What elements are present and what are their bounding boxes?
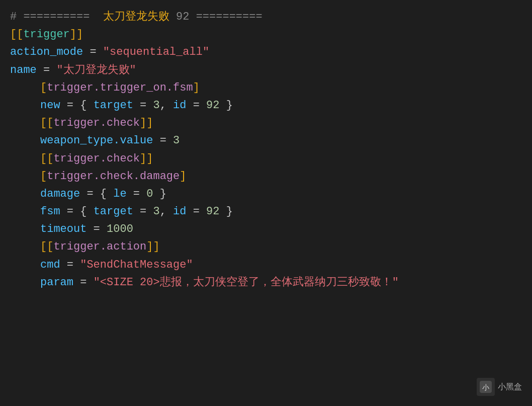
line-param: param = "<SIZE 20>悲报，太刀侠空登了，全体武器纳刀三秒致敬！" <box>10 274 522 291</box>
line-timeout: timeout = 1000 <box>10 220 522 238</box>
svg-text:小: 小 <box>482 383 489 391</box>
watermark-text: 小黑盒 <box>498 380 522 393</box>
line-action: [[trigger.action]] <box>10 238 522 256</box>
line-new: new = { target = 3, id = 92 } <box>10 97 522 114</box>
line-check2: [[trigger.check]] <box>10 150 522 168</box>
line-cmd: cmd = "SendChatMessage" <box>10 256 522 274</box>
line-name: name = "太刀登龙失败" <box>10 61 522 79</box>
line-fsm: fsm = { target = 3, id = 92 } <box>10 203 522 220</box>
line-check-damage: [trigger.check.damage] <box>10 168 522 185</box>
line-damage: damage = { le = 0 } <box>10 185 522 203</box>
line-trigger-on-fsm: [trigger.trigger_on.fsm] <box>10 79 522 97</box>
line-weapon: weapon_type.value = 3 <box>10 132 522 149</box>
watermark-logo: 小 <box>479 380 493 394</box>
line-action-mode: action_mode = "sequential_all" <box>10 43 522 61</box>
line-check1: [[trigger.check]] <box>10 114 522 132</box>
code-editor: # ========== 太刀登龙失败 92 ==========[[trigg… <box>0 0 532 406</box>
watermark-icon: 小 <box>477 378 495 396</box>
line-comment: # ========== 太刀登龙失败 92 ========== <box>10 8 522 26</box>
line-trigger-double: [[trigger]] <box>10 26 522 43</box>
watermark: 小 小黑盒 <box>477 378 522 396</box>
